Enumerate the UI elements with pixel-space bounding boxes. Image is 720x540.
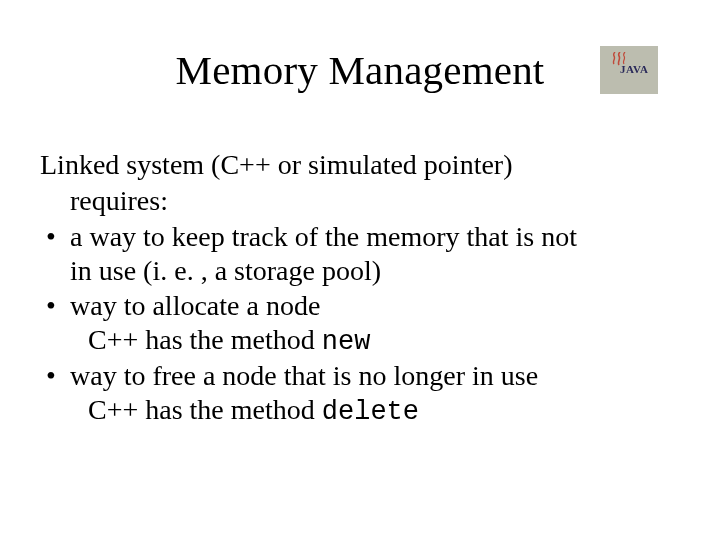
keyword-delete: delete <box>322 397 419 427</box>
bullet-line: a way to keep track of the memory that i… <box>70 221 577 252</box>
bullet-text: a way to keep track of the memory that i… <box>70 220 680 288</box>
bullet-marker: • <box>40 359 70 393</box>
bullet-marker: • <box>40 220 70 254</box>
slide: Memory Management JAVA Linked system (C+… <box>0 0 720 540</box>
bullet-item: • way to free a node that is no longer i… <box>40 359 680 393</box>
bullet-item: • way to allocate a node <box>40 289 680 323</box>
bullet-text: way to allocate a node <box>70 289 680 323</box>
bullet-text: way to free a node that is no longer in … <box>70 359 680 393</box>
java-logo-text: JAVA <box>620 63 649 75</box>
sub-prefix: C++ has the method <box>88 394 322 425</box>
bullet-marker: • <box>40 289 70 323</box>
bullet-item: • a way to keep track of the memory that… <box>40 220 680 288</box>
bullet-line: way to allocate a node <box>70 290 320 321</box>
keyword-new: new <box>322 327 371 357</box>
bullet-line: in use (i. e. , a storage pool) <box>70 255 381 286</box>
intro-line-1: Linked system (C++ or simulated pointer) <box>40 148 680 182</box>
sub-prefix: C++ has the method <box>88 324 322 355</box>
bullet-subline: C++ has the method delete <box>88 393 680 429</box>
intro-line-2: requires: <box>70 184 680 218</box>
slide-body: Linked system (C++ or simulated pointer)… <box>40 148 680 429</box>
java-logo: JAVA <box>600 46 658 94</box>
bullet-subline: C++ has the method new <box>88 323 680 359</box>
java-logo-inner: JAVA <box>605 50 653 90</box>
bullet-line: way to free a node that is no longer in … <box>70 360 538 391</box>
